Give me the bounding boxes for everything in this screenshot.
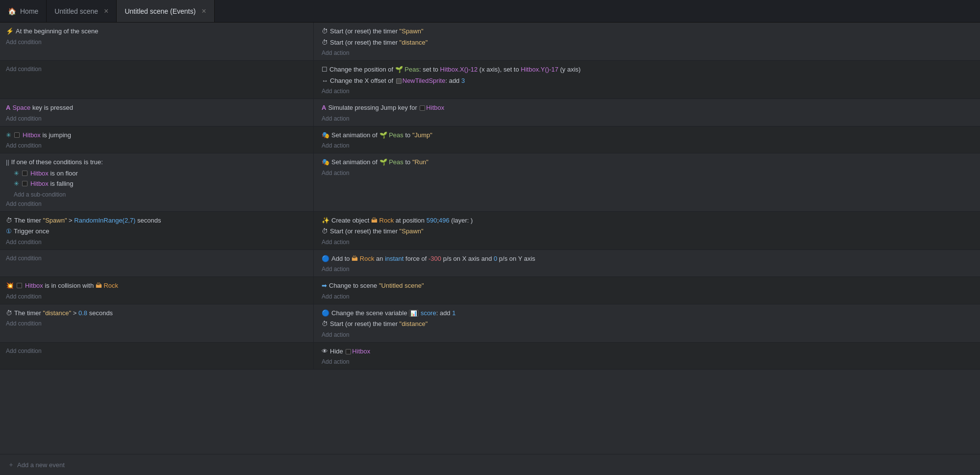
condition-text[interactable]: Trigger once <box>14 226 50 236</box>
hide-icon: 👁 <box>322 347 328 356</box>
create-icon: ✨ <box>322 216 329 225</box>
tab-home-label: Home <box>20 7 38 15</box>
add-action-link[interactable]: Add action <box>322 142 972 149</box>
condition-line: A Space key is pressed <box>6 103 307 113</box>
add-condition-link[interactable]: Add condition <box>6 66 307 73</box>
actions-col: 🎭 Set animation of 🌱 Peas to "Jump" Add … <box>314 126 980 153</box>
conditions-col: Add condition <box>0 250 314 277</box>
action-text[interactable]: Change the scene variable 📊 score: add 1 <box>331 308 455 318</box>
timer-icon: ⏱ <box>322 319 328 329</box>
add-action-link[interactable]: Add action <box>322 50 972 56</box>
action-text[interactable]: Start (or reset) the timer "Spawn" <box>330 26 424 36</box>
add-action-link[interactable]: Add action <box>322 170 972 176</box>
action-text[interactable]: Hide Hitbox <box>330 347 370 356</box>
action-line: ↔ Change the X offset of NewTiledSprite:… <box>322 76 972 86</box>
conditions-col: A Space key is pressed Add condition <box>0 99 314 126</box>
action-text[interactable]: Change to scene "Untitled scene" <box>329 281 424 291</box>
add-action-link[interactable]: Add action <box>322 88 972 95</box>
add-condition-link[interactable]: Add condition <box>6 39 307 46</box>
tab-scene[interactable]: Untitled scene × <box>47 0 117 22</box>
event-editor: ⚡ At the beginning of the scene Add cond… <box>0 23 980 475</box>
obj-box <box>14 132 20 138</box>
actions-col: ✨ Create object 🏔 Rock at position 590;4… <box>314 212 980 250</box>
sub-cond-text[interactable]: Hitbox is falling <box>30 179 73 189</box>
condition-text[interactable]: The timer "Spawn" > RandomInRange(2,7) s… <box>14 216 161 225</box>
add-condition-link[interactable]: Add condition <box>6 320 307 327</box>
add-action-link[interactable]: Add action <box>322 331 972 338</box>
add-condition-link[interactable]: Add condition <box>6 115 307 122</box>
action-text[interactable]: Set animation of 🌱 Peas to "Run" <box>331 157 428 167</box>
action-line: ⏱ Start (or reset) the timer "distance" <box>322 319 972 329</box>
conditions-col: ⏱ The timer "Spawn" > RandomInRange(2,7)… <box>0 212 314 250</box>
if-block: ✳ Hitbox is on floor ✳ Hitbox is falling <box>6 169 307 189</box>
actions-col: ☐ Change the position of 🌱 Peas: set to … <box>314 61 980 99</box>
timer-icon: ⏱ <box>6 216 12 225</box>
action-text[interactable]: Change the X offset of NewTiledSprite: a… <box>330 76 465 86</box>
add-action-link[interactable]: Add action <box>322 293 972 300</box>
event-row: ⏱ The timer "Spawn" > RandomInRange(2,7)… <box>0 212 980 250</box>
add-action-link[interactable]: Add action <box>322 358 972 365</box>
timer-icon: ⏱ <box>322 226 328 236</box>
add-subcondition-link[interactable]: Add a sub-condition <box>6 191 307 198</box>
conditions-col: 💥 Hitbox is in collision with 🏔 Rock Add… <box>0 277 314 304</box>
collision-icon: 💥 <box>6 281 14 291</box>
add-condition-link[interactable]: Add condition <box>6 293 307 300</box>
add-condition-link[interactable]: Add condition <box>6 239 307 246</box>
or-icon: || <box>6 157 9 167</box>
add-event-bar[interactable]: ＋ Add a new event <box>0 454 980 475</box>
event-row: ✳ Hitbox is jumping Add condition 🎭 Set … <box>0 126 980 154</box>
add-event-label[interactable]: Add a new event <box>17 461 65 469</box>
timer-icon: ⏱ <box>6 308 12 318</box>
key-icon: A <box>6 103 10 113</box>
condition-text[interactable]: If one of these conditions is true: <box>11 157 103 167</box>
fall-icon: ✳ <box>14 179 19 189</box>
event-row: ⚡ At the beginning of the scene Add cond… <box>0 23 980 61</box>
action-line: 🎭 Set animation of 🌱 Peas to "Jump" <box>322 130 972 140</box>
conditions-col: ⏱ The timer "distance" > 0.8 seconds Add… <box>0 304 314 342</box>
action-text[interactable]: Add to 🏔 Rock an instant force of -300 p… <box>331 254 535 264</box>
tab-scene-close[interactable]: × <box>104 7 108 16</box>
home-icon: 🏠 <box>8 7 16 15</box>
add-condition-link[interactable]: Add condition <box>6 142 307 149</box>
event-row: || If one of these conditions is true: ✳… <box>0 153 980 212</box>
action-text[interactable]: Start (or reset) the timer "distance" <box>330 38 427 48</box>
sub-cond-text[interactable]: Hitbox is on floor <box>30 169 78 178</box>
action-text[interactable]: Start (or reset) the timer "distance" <box>330 319 427 329</box>
action-text[interactable]: Simulate pressing Jump key for Hitbox <box>328 103 444 113</box>
event-row: Add condition ☐ Change the position of 🌱… <box>0 61 980 99</box>
timer-icon: ⏱ <box>322 26 328 36</box>
action-text[interactable]: Start (or reset) the timer "Spawn" <box>330 226 424 236</box>
add-event-icon: ＋ <box>8 460 14 469</box>
action-line: ⏱ Start (or reset) the timer "distance" <box>322 38 972 48</box>
condition-line: ⏱ The timer "Spawn" > RandomInRange(2,7)… <box>6 216 307 225</box>
tab-home[interactable]: 🏠 Home <box>0 0 47 22</box>
conditions-col: ✳ Hitbox is jumping Add condition <box>0 126 314 153</box>
condition-text[interactable]: The timer "distance" > 0.8 seconds <box>14 308 113 318</box>
condition-text[interactable]: Space key is pressed <box>12 103 73 113</box>
action-text[interactable]: Change the position of 🌱 Peas: set to Hi… <box>329 65 580 75</box>
condition-text[interactable]: At the beginning of the scene <box>16 26 98 36</box>
event-row: 💥 Hitbox is in collision with 🏔 Rock Add… <box>0 277 980 304</box>
condition-line: ⚡ At the beginning of the scene <box>6 26 307 36</box>
action-line: 🔵 Add to 🏔 Rock an instant force of -300… <box>322 254 972 264</box>
action-line: ✨ Create object 🏔 Rock at position 590;4… <box>322 216 972 225</box>
add-condition-link[interactable]: Add condition <box>6 348 307 354</box>
add-action-link[interactable]: Add action <box>322 115 972 122</box>
add-action-link[interactable]: Add action <box>322 266 972 273</box>
add-condition-link[interactable]: Add condition <box>6 255 307 262</box>
condition-line: ① Trigger once <box>6 226 307 236</box>
action-line: 👁 Hide Hitbox <box>322 347 972 356</box>
condition-text[interactable]: Hitbox is jumping <box>23 130 71 140</box>
condition-text[interactable]: Hitbox is in collision with 🏔 Rock <box>25 281 118 291</box>
action-text[interactable]: Set animation of 🌱 Peas to "Jump" <box>331 130 432 140</box>
conditions-col: Add condition <box>0 343 314 370</box>
tab-events[interactable]: Untitled scene (Events) × <box>117 0 214 22</box>
conditions-col: || If one of these conditions is true: ✳… <box>0 153 314 211</box>
add-action-link[interactable]: Add action <box>322 239 972 246</box>
action-line: A Simulate pressing Jump key for Hitbox <box>322 103 972 113</box>
sub-condition: ✳ Hitbox is on floor <box>6 169 307 178</box>
action-text[interactable]: Create object 🏔 Rock at position 590;496… <box>331 216 473 225</box>
trigger-icon: ① <box>6 226 12 236</box>
add-condition-link[interactable]: Add condition <box>6 200 307 207</box>
tab-events-close[interactable]: × <box>201 7 206 16</box>
